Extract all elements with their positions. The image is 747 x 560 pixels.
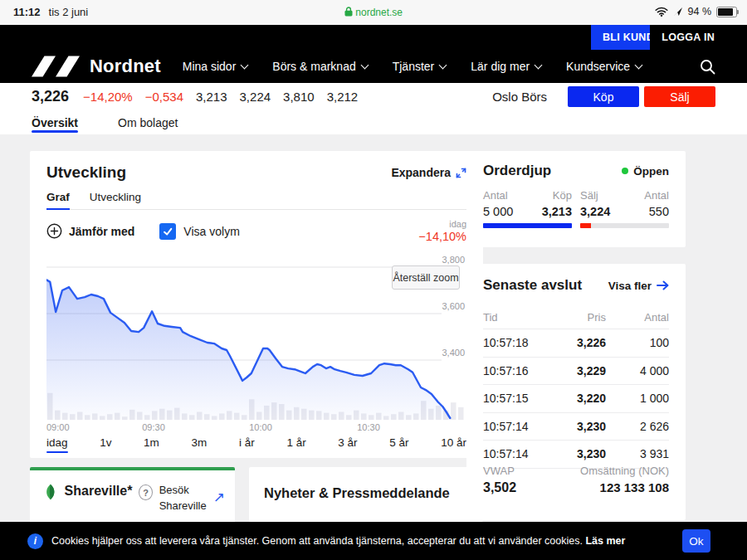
utveckling-card: Utveckling Expandera Graf Utveckling Jäm… xyxy=(30,151,483,458)
senaste-avslut-card: Senaste avslut Visa fler TidPrisAntal 10… xyxy=(466,264,686,520)
login-button[interactable]: LOGGA IN xyxy=(650,25,726,50)
card-title: Orderdjup xyxy=(483,163,551,179)
tab-om-bolaget[interactable]: Om bolaget xyxy=(118,110,178,134)
nav-menu: Mina sidor Börs & marknad Tjänster Lär d… xyxy=(183,60,642,73)
chevron-down-icon xyxy=(360,61,369,70)
bid-volume: 5 000 xyxy=(483,205,513,218)
bid-price: 3,213 xyxy=(196,90,227,104)
best-ask: 3,224 xyxy=(580,205,610,218)
battery-percent: 94 % xyxy=(688,6,712,17)
nav-item-bors-marknad[interactable]: Börs & marknad xyxy=(272,60,367,73)
info-icon: i xyxy=(27,533,43,549)
range-1v[interactable]: 1v xyxy=(100,436,111,453)
table-row: 10:57:153,2201 000 xyxy=(483,385,669,413)
expand-icon xyxy=(456,168,466,178)
low-price: 3,212 xyxy=(327,90,359,104)
trades-table: TidPrisAntal 10:57:183,226100 10:57:163,… xyxy=(483,305,669,469)
table-row: 10:57:143,2302 626 xyxy=(483,413,669,441)
brand-name: Nordnet xyxy=(90,56,161,77)
turnover-label: Omsättning (NOK) xyxy=(580,465,669,477)
expand-button[interactable]: Expandera xyxy=(391,166,466,179)
help-icon[interactable]: ? xyxy=(139,485,152,500)
x-axis-label: 09:30 xyxy=(142,422,165,432)
nav-item-tjanster[interactable]: Tjänster xyxy=(393,60,447,73)
arrow-right-icon xyxy=(657,280,669,290)
chart-subtabs: Graf Utveckling xyxy=(46,191,466,210)
reset-zoom-button[interactable]: Återställ zoom xyxy=(392,265,460,290)
last-price: 3,226 xyxy=(32,88,69,105)
nordnet-logo[interactable]: Nordnet xyxy=(32,56,161,77)
range-3-ar[interactable]: 3 år xyxy=(338,436,357,453)
read-more-link[interactable]: Läs mer xyxy=(585,535,625,547)
vwap-value: 3,502 xyxy=(483,480,516,495)
period-label: idag xyxy=(418,219,466,229)
range-5-ar[interactable]: 5 år xyxy=(389,436,408,453)
range-1m[interactable]: 1m xyxy=(144,436,159,453)
chevron-down-icon xyxy=(241,61,249,70)
nav-item-mina-sidor[interactable]: Mina sidor xyxy=(183,60,248,73)
subtab-utveckling[interactable]: Utveckling xyxy=(90,191,141,209)
exchange-label: Oslo Börs xyxy=(492,90,547,104)
nordnet-logo-mark xyxy=(32,56,80,77)
buy-button[interactable]: Köp xyxy=(568,86,639,107)
period-change-value: −14,10% xyxy=(418,230,466,243)
subtab-graf[interactable]: Graf xyxy=(46,191,70,209)
best-bid: 3,213 xyxy=(542,205,572,218)
page-tabs: Översikt Om bolaget xyxy=(0,110,747,134)
site-url: nordnet.se xyxy=(355,7,403,18)
range-selector: idag 1v 1m 3m i år 1 år 3 år 5 år 10 år xyxy=(46,436,466,453)
chevron-down-icon xyxy=(439,61,447,70)
location-arrow-icon xyxy=(673,7,683,17)
range-1-ar[interactable]: 1 år xyxy=(286,436,305,453)
top-strip: BLI KUND LOGGA IN xyxy=(0,25,747,50)
ask-volume: 550 xyxy=(649,205,669,218)
add-circle-icon xyxy=(46,223,62,239)
x-axis-label: 10:30 xyxy=(357,422,380,432)
page-content: Utveckling Expandera Graf Utveckling Jäm… xyxy=(0,134,747,560)
external-link-icon: ↗ xyxy=(213,489,225,506)
news-card[interactable]: Nyheter & Pressmeddelande xyxy=(249,467,483,522)
cookie-banner: i Cookies hjälper oss att leverera våra … xyxy=(0,522,747,560)
change-percent: −14,20% xyxy=(83,90,133,104)
range-i-ar[interactable]: i år xyxy=(239,436,255,453)
orderdjup-card: Orderdjup Öppen AntalKöp 5 0003,213 Sälj… xyxy=(466,151,686,247)
table-row: 10:57:183,226100 xyxy=(483,329,669,358)
range-10-ar[interactable]: 10 år xyxy=(441,436,466,453)
market-status: Öppen xyxy=(622,165,669,178)
url-bar[interactable]: nordnet.se xyxy=(0,7,747,18)
main-nav: Nordnet Mina sidor Börs & marknad Tjänst… xyxy=(0,50,747,83)
bid-column: AntalKöp 5 0003,213 xyxy=(483,189,572,228)
sell-button[interactable]: Sälj xyxy=(644,86,715,107)
y-axis-label: 3,600 xyxy=(427,301,465,311)
vwap-label: VWAP xyxy=(483,465,515,477)
table-header: TidPrisAntal xyxy=(483,305,669,329)
active-tab-underline xyxy=(32,130,78,133)
battery-icon xyxy=(716,7,737,17)
cookie-ok-button[interactable]: Ok xyxy=(682,529,710,553)
show-volume-toggle[interactable]: Visa volym xyxy=(159,223,239,240)
show-more-link[interactable]: Visa fler xyxy=(608,280,669,292)
search-icon xyxy=(700,59,715,75)
ssl-lock-icon xyxy=(344,7,353,17)
y-axis-label: 3,400 xyxy=(427,348,465,358)
chevron-down-icon xyxy=(535,61,543,70)
volume-toggle-label: Visa volym xyxy=(183,225,239,238)
tab-oversikt[interactable]: Översikt xyxy=(32,110,78,134)
compare-button[interactable]: Jämför med xyxy=(46,223,134,239)
turnover-value: 123 133 108 xyxy=(600,480,669,494)
card-title: Senaste avslut xyxy=(483,277,582,294)
quote-row: 3,226 −14,20% −0,534 3,213 3,224 3,810 3… xyxy=(0,83,747,110)
news-title: Nyheter & Pressmeddelande xyxy=(264,485,450,501)
ask-column: SäljAntal 3,224550 xyxy=(580,189,669,228)
range-idag[interactable]: idag xyxy=(46,436,68,453)
nav-item-lar-dig-mer[interactable]: Lär dig mer xyxy=(471,60,541,73)
checkbox-checked-icon[interactable] xyxy=(159,223,176,240)
shareville-card[interactable]: Shareville* ? Besök Shareville ↗ xyxy=(30,467,235,525)
wifi-icon xyxy=(655,7,668,17)
nav-item-kundservice[interactable]: Kundservice xyxy=(566,60,642,73)
search-button[interactable] xyxy=(700,59,715,78)
change-absolute: −0,534 xyxy=(145,90,183,104)
shareville-leaf-icon xyxy=(43,482,58,502)
visit-shareville-link[interactable]: Besök Shareville xyxy=(159,483,207,514)
range-3m[interactable]: 3m xyxy=(192,436,208,453)
